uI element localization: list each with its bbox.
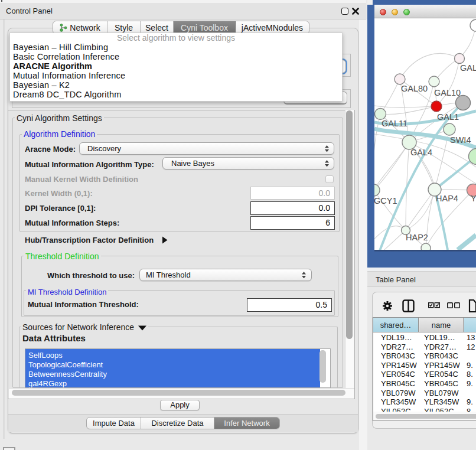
svg-text:Y: Y: [471, 194, 476, 203]
svg-text:GCY1: GCY1: [374, 196, 397, 206]
svg-text:GAL11: GAL11: [382, 119, 407, 128]
svg-text:SWI4: SWI4: [450, 135, 471, 145]
svg-text:GAL10: GAL10: [434, 88, 461, 97]
svg-text:HAP2: HAP2: [406, 233, 428, 242]
svg-text:GAL4: GAL4: [410, 148, 432, 157]
svg-text:GAL80: GAL80: [401, 84, 428, 93]
svg-text:GAL: GAL: [460, 63, 476, 73]
svg-text:GAL1: GAL1: [437, 112, 459, 122]
svg-text:HAP4: HAP4: [436, 194, 458, 203]
